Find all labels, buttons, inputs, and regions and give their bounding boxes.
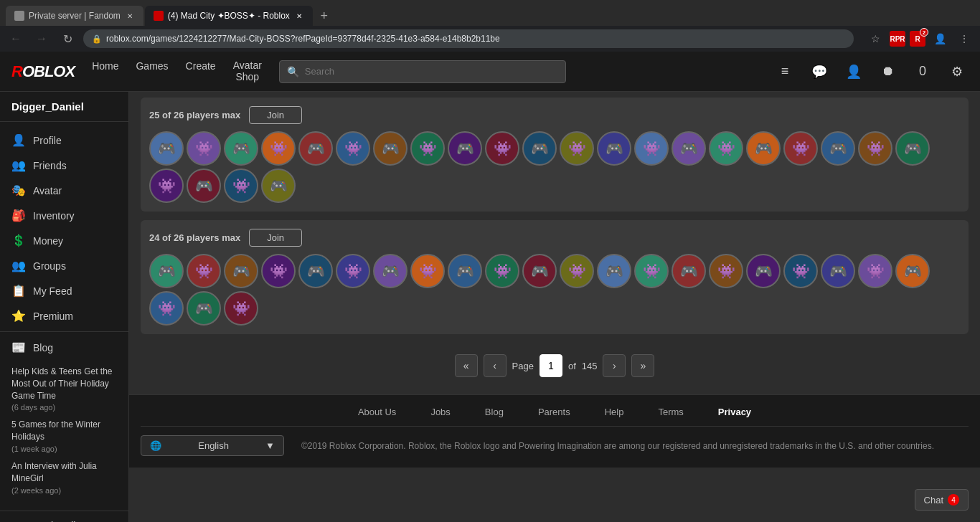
language-selector[interactable]: 🌐 English ▼	[141, 435, 284, 456]
avatar-2-8[interactable]: 👾	[410, 254, 445, 288]
avatar-2-9[interactable]: 🎮	[448, 254, 482, 288]
avatar-1-24[interactable]: 👾	[224, 169, 258, 203]
avatar-2-16[interactable]: 👾	[709, 254, 743, 288]
avatar-1-2[interactable]: 👾	[187, 131, 221, 166]
avatar-1-6[interactable]: 👾	[336, 131, 370, 166]
avatar-2-2[interactable]: 👾	[187, 254, 221, 288]
extensions-roblox[interactable]: R 2	[910, 31, 925, 47]
avatar-2-11[interactable]: 🎮	[522, 254, 557, 288]
friends-icon[interactable]: 👤	[842, 60, 865, 83]
avatar-1-20[interactable]: 👾	[858, 131, 892, 166]
avatar-2-15[interactable]: 🎮	[672, 254, 706, 288]
page-next-button[interactable]: ›	[603, 354, 626, 377]
footer-link-about[interactable]: About Us	[358, 407, 396, 417]
avatar-2-22[interactable]: 👾	[149, 291, 184, 326]
avatar-1-5[interactable]: 🎮	[298, 131, 333, 166]
footer-link-help[interactable]: Help	[605, 407, 624, 417]
blog-item-1[interactable]: Help Kids & Teens Get the Most Out of Th…	[11, 366, 117, 412]
tab-close-roblox[interactable]: ✕	[294, 11, 304, 21]
record-icon[interactable]: ⏺	[877, 60, 900, 83]
avatar-1-3[interactable]: 🎮	[224, 131, 258, 166]
avatar-1-21[interactable]: 🎮	[895, 131, 930, 166]
tab-close-fandom[interactable]: ✕	[125, 11, 135, 21]
avatar-1-14[interactable]: 👾	[634, 131, 669, 166]
avatar-2-18[interactable]: 👾	[783, 254, 818, 288]
avatar-2-23[interactable]: 🎮	[187, 291, 221, 326]
avatar-1-25[interactable]: 🎮	[261, 169, 296, 203]
avatar-2-20[interactable]: 👾	[858, 254, 892, 288]
footer-link-jobs[interactable]: Jobs	[430, 407, 450, 417]
avatar-2-7[interactable]: 🎮	[373, 254, 407, 288]
avatar-2-3[interactable]: 🎮	[224, 254, 258, 288]
avatar-2-12[interactable]: 👾	[560, 254, 594, 288]
footer-link-privacy[interactable]: Privacy	[718, 407, 751, 417]
footer-link-blog[interactable]: Blog	[485, 407, 504, 417]
back-button[interactable]: ←	[6, 29, 26, 49]
sidebar-item-friends[interactable]: 👥 Friends	[0, 153, 128, 178]
avatar-2-5[interactable]: 🎮	[298, 254, 333, 288]
avatar-1-18[interactable]: 👾	[783, 131, 818, 166]
tab-fandom[interactable]: Private server | Fandom ✕	[6, 6, 143, 26]
nav-avatar-shop[interactable]: Avatar Shop	[233, 60, 262, 82]
avatar-1-11[interactable]: 🎮	[522, 131, 557, 166]
avatar-1-10[interactable]: 👾	[485, 131, 519, 166]
avatar-2-19[interactable]: 🎮	[821, 254, 855, 288]
avatar-1-15[interactable]: 🎮	[672, 131, 706, 166]
new-tab-button[interactable]: +	[314, 6, 334, 26]
search-bar[interactable]: 🔍	[279, 60, 566, 83]
avatar-2-17[interactable]: 🎮	[746, 254, 781, 288]
avatar-2-1[interactable]: 🎮	[149, 254, 184, 288]
sidebar-item-myfeed[interactable]: 📋 My Feed	[0, 278, 128, 303]
avatar-2-21[interactable]: 🎮	[895, 254, 930, 288]
extensions-rpr[interactable]: RPR	[890, 31, 905, 47]
bookmark-button[interactable]: ☆	[865, 29, 885, 49]
avatar-2-10[interactable]: 👾	[485, 254, 519, 288]
sidebar-item-merchandise[interactable]: 🛍 Merchandise	[0, 514, 128, 522]
chat-button[interactable]: Chat 4	[915, 489, 969, 511]
avatar-2-14[interactable]: 👾	[634, 254, 669, 288]
footer-link-terms[interactable]: Terms	[658, 407, 683, 417]
sidebar-item-profile[interactable]: 👤 Profile	[0, 128, 128, 153]
page-current[interactable]: 1	[540, 354, 562, 377]
avatar-1-12[interactable]: 👾	[560, 131, 594, 166]
avatar-1-1[interactable]: 🎮	[149, 131, 184, 166]
blog-item-2[interactable]: 5 Games for the Winter Holidays (1 week …	[11, 419, 117, 453]
sidebar-item-avatar[interactable]: 🎭 Avatar	[0, 178, 128, 203]
avatar-1-19[interactable]: 🎮	[821, 131, 855, 166]
avatar-2-6[interactable]: 👾	[336, 254, 370, 288]
blog-icon[interactable]: ≡	[773, 60, 796, 83]
avatar-1-13[interactable]: 🎮	[597, 131, 631, 166]
forward-button[interactable]: →	[32, 29, 52, 49]
avatar-2-24[interactable]: 👾	[224, 291, 258, 326]
nav-create[interactable]: Create	[186, 60, 216, 82]
avatar-1-16[interactable]: 👾	[709, 131, 743, 166]
settings-icon[interactable]: ⚙	[946, 60, 969, 83]
account-button[interactable]: 👤	[930, 29, 950, 49]
avatar-1-8[interactable]: 👾	[410, 131, 445, 166]
avatar-1-17[interactable]: 🎮	[746, 131, 781, 166]
sidebar-item-premium[interactable]: ⭐ Premium	[0, 303, 128, 328]
sidebar-item-groups[interactable]: 👥 Groups	[0, 253, 128, 278]
avatar-1-22[interactable]: 👾	[149, 169, 184, 203]
nav-games[interactable]: Games	[136, 60, 168, 82]
avatar-1-23[interactable]: 🎮	[187, 169, 221, 203]
blog-item-3[interactable]: An Interview with Julia MineGirl (2 week…	[11, 460, 117, 495]
page-first-button[interactable]: «	[455, 354, 478, 377]
avatar-2-13[interactable]: 🎮	[597, 254, 631, 288]
avatar-1-9[interactable]: 🎮	[448, 131, 482, 166]
footer-link-parents[interactable]: Parents	[538, 407, 570, 417]
roblox-logo[interactable]: ROBLOX	[11, 62, 75, 81]
chat-icon[interactable]: 💬	[808, 60, 831, 83]
avatar-1-7[interactable]: 🎮	[373, 131, 407, 166]
tab-roblox[interactable]: (4) Mad City ✦BOSS✦ - Roblox ✕	[145, 6, 313, 26]
menu-button[interactable]: ⋮	[954, 29, 974, 49]
page-last-button[interactable]: »	[631, 354, 654, 377]
join-button-1[interactable]: Join	[249, 106, 302, 124]
nav-home[interactable]: Home	[92, 60, 118, 82]
sidebar-item-inventory[interactable]: 🎒 Inventory	[0, 203, 128, 228]
robux-icon[interactable]: 0	[911, 60, 934, 83]
reload-button[interactable]: ↻	[57, 29, 77, 49]
avatar-2-4[interactable]: 👾	[261, 254, 296, 288]
sidebar-item-money[interactable]: 💲 Money	[0, 228, 128, 253]
avatar-1-4[interactable]: 👾	[261, 131, 296, 166]
